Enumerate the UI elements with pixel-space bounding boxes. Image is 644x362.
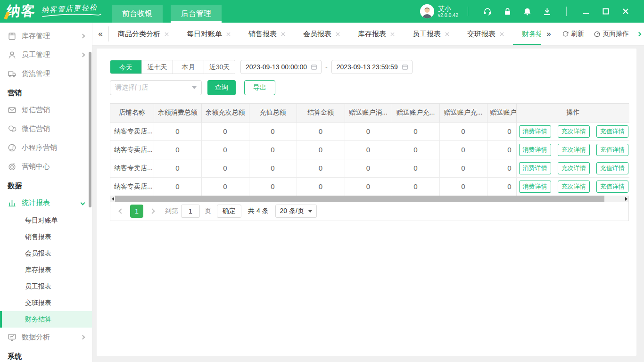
col-gift-account-recharge-1: 赠送账户充...	[392, 104, 439, 122]
consume-detail-button[interactable]: 消费详情	[519, 125, 551, 138]
page-number-button[interactable]: 1	[130, 205, 143, 218]
next-page-button[interactable]	[146, 209, 158, 213]
search-button[interactable]: 查询	[207, 80, 236, 95]
tab-financial-settlement[interactable]: 财务结算	[513, 23, 541, 45]
tab-member-report[interactable]: 会员报表	[294, 23, 349, 45]
sidebar-item-miniprogram-marketing[interactable]: 小程序营销	[0, 138, 92, 157]
recharge-detail-button[interactable]: 充值详情	[596, 125, 628, 138]
tab-staff-report[interactable]: 员工报表	[404, 23, 458, 45]
close-tab-icon[interactable]	[445, 32, 449, 36]
confirm-page-button[interactable]: 确定	[217, 205, 241, 218]
page-size-select[interactable]: 20 条/页	[275, 205, 317, 218]
store-select[interactable]: 请选择门店	[110, 80, 202, 95]
sidebar-item-inventory[interactable]: 库存管理	[0, 26, 92, 45]
actions-cell: 消费详情 充次详情 充值详情	[516, 159, 629, 177]
sidebar-item-sms-marketing[interactable]: 短信营销	[0, 100, 92, 119]
calendar-icon	[402, 64, 408, 70]
app-header: 纳客 纳客管店更轻松 前台收银 后台管理 艾小 v2.0.0.	[0, 0, 644, 23]
date-range-separator: -	[325, 63, 328, 71]
export-button[interactable]: 导出	[244, 80, 275, 95]
sidebar-sub-inventory-report[interactable]: 库存报表	[0, 262, 92, 278]
chevron-right-icon	[81, 33, 85, 38]
nav-tab-cashier[interactable]: 前台收银	[112, 5, 163, 23]
tab-product-category-analysis[interactable]: 商品分类分析	[109, 23, 178, 45]
tabs-collapse-button[interactable]: «	[92, 23, 108, 45]
range-last7days-button[interactable]: 近七天	[141, 60, 173, 74]
divider	[468, 7, 468, 16]
maximize-icon[interactable]	[596, 8, 616, 15]
sidebar-sub-sales-report[interactable]: 销售报表	[0, 229, 92, 245]
page-operations-button[interactable]: 页面操作	[589, 23, 634, 45]
settlement-table: 店铺名称 余额消费总额 余额充次总额 充值总额 结算金额 赠送账户消... 赠送…	[110, 103, 629, 221]
close-tab-icon[interactable]	[281, 32, 285, 36]
close-tab-icon[interactable]	[226, 32, 231, 36]
recharge-detail-button[interactable]: 充值详情	[596, 144, 628, 156]
store-select-placeholder: 请选择门店	[115, 83, 192, 92]
sidebar-sub-staff-report[interactable]: 员工报表	[0, 278, 92, 295]
lock-icon[interactable]	[497, 7, 517, 16]
recharge-times-detail-button[interactable]: 充次详情	[558, 125, 590, 138]
service-icon[interactable]	[478, 7, 497, 16]
close-tab-icon[interactable]	[336, 32, 340, 36]
recharge-times-detail-button[interactable]: 充次详情	[558, 144, 590, 156]
sidebar-item-employee[interactable]: 员工管理	[0, 45, 92, 64]
scroll-right-arrow-icon[interactable]	[624, 197, 628, 201]
sidebar-scrollbar[interactable]	[89, 52, 91, 207]
range-last30days-button[interactable]: 近30天	[204, 60, 235, 74]
sidebar-sub-member-report[interactable]: 会员报表	[0, 245, 92, 262]
chevron-right-icon	[149, 208, 155, 214]
tabs-expand-button[interactable]: »	[541, 23, 557, 45]
sidebar-item-wechat-marketing[interactable]: 微信营销	[0, 119, 92, 138]
tab-inventory-report[interactable]: 库存报表	[349, 23, 404, 45]
consume-detail-button[interactable]: 消费详情	[519, 162, 551, 174]
range-this-month-button[interactable]: 本月	[173, 60, 204, 74]
user-avatar[interactable]	[420, 4, 434, 18]
chevron-down-icon	[192, 86, 197, 89]
scroll-left-arrow-icon[interactable]	[110, 197, 115, 201]
date-to-input[interactable]: 2023-09-13 23:59:59	[331, 60, 413, 74]
refresh-icon	[562, 31, 569, 38]
tab-daily-reconciliation[interactable]: 每日对账单	[178, 23, 239, 45]
sidebar-item-data-analysis[interactable]: 数据分析	[0, 328, 92, 346]
chevron-right-icon	[81, 335, 85, 339]
download-icon[interactable]	[537, 7, 557, 16]
recharge-times-detail-button[interactable]: 充次详情	[558, 162, 590, 174]
range-today-button[interactable]: 今天	[110, 60, 141, 74]
date-from-input[interactable]: 2023-09-13 00:00:00	[240, 60, 322, 74]
logo-text: 纳客	[6, 3, 36, 18]
minimize-icon[interactable]	[576, 8, 596, 15]
user-meta: 艾小 v2.0.0.42	[438, 5, 458, 18]
sidebar-item-marketing-center[interactable]: 营销中心	[0, 157, 92, 176]
prev-page-button[interactable]	[115, 209, 127, 213]
close-tab-icon[interactable]	[390, 32, 395, 36]
sidebar-item-logistics[interactable]: 货流管理	[0, 64, 92, 83]
sidebar-sub-financial-settlement[interactable]: 财务结算	[0, 311, 92, 328]
recharge-times-detail-button[interactable]: 充次详情	[558, 181, 590, 193]
bell-icon[interactable]	[517, 7, 537, 16]
recharge-detail-button[interactable]: 充值详情	[596, 162, 628, 174]
scrollbar-thumb[interactable]	[115, 196, 604, 202]
employee-icon	[8, 50, 17, 59]
actions-cell: 消费详情 充次详情 充值详情	[516, 177, 629, 196]
consume-detail-button[interactable]: 消费详情	[519, 181, 551, 193]
goto-page-input[interactable]: 1	[181, 205, 200, 218]
chevron-left-icon	[118, 208, 124, 214]
tab-shift-report[interactable]: 交班报表	[458, 23, 513, 45]
consume-detail-button[interactable]: 消费详情	[519, 144, 551, 156]
table-horizontal-scrollbar[interactable]	[110, 196, 628, 202]
nav-tab-admin[interactable]: 后台管理	[171, 5, 222, 23]
inventory-box-icon	[8, 32, 17, 41]
sidebar-sub-shift-report[interactable]: 交班报表	[0, 295, 92, 311]
refresh-button[interactable]: 刷新	[557, 23, 589, 45]
close-tab-icon[interactable]	[165, 32, 169, 36]
col-gift-account-partial: 赠送账户	[487, 104, 516, 122]
recharge-detail-button[interactable]: 充值详情	[596, 181, 628, 193]
sidebar-item-statistics-reports[interactable]: 统计报表	[0, 193, 92, 212]
open-tabs-bar: « 商品分类分析 每日对账单 销售报表 会员报表 库存报表	[92, 23, 644, 46]
tabs-scroll-right-button[interactable]	[634, 23, 644, 45]
close-icon[interactable]	[616, 8, 636, 15]
close-tab-icon[interactable]	[500, 32, 504, 36]
tab-sales-report[interactable]: 销售报表	[239, 23, 294, 45]
chevron-down-icon	[81, 200, 85, 205]
sidebar-sub-daily-reconciliation[interactable]: 每日对账单	[0, 212, 92, 229]
